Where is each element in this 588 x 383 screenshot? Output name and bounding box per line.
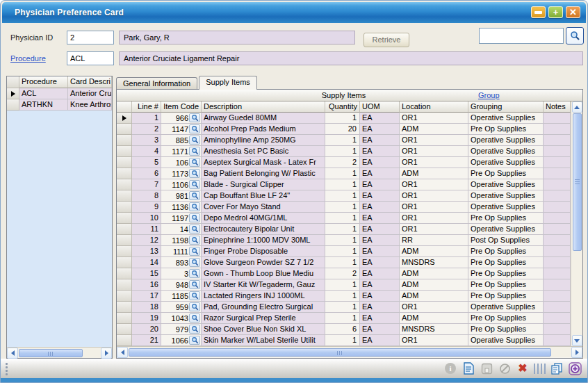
grouping-cell[interactable]: Pre Op Supplies [468, 291, 544, 302]
item-lookup-button[interactable] [189, 291, 200, 300]
row-selector[interactable] [117, 168, 132, 179]
location-cell[interactable]: OR1 [400, 302, 468, 313]
location-cell[interactable]: OR1 [400, 157, 468, 168]
line-cell[interactable]: 11 [132, 224, 161, 235]
description-cell[interactable]: Pad, Grounding Electro Surgical [202, 302, 325, 313]
quantity-cell[interactable]: 1 [325, 302, 360, 313]
item-lookup-button[interactable] [189, 302, 200, 311]
quantity-cell[interactable]: 1 [325, 190, 360, 202]
row-selector[interactable] [117, 291, 132, 302]
procedure-cell[interactable]: ARTHKN [19, 99, 68, 111]
table-row[interactable]: 2 1147 Alcohol Prep Pads Medium 20 [117, 124, 571, 135]
row-selector[interactable] [117, 324, 132, 335]
quantity-cell[interactable]: 1 [325, 257, 360, 268]
uom-cell[interactable]: EA [360, 235, 400, 246]
quantity-cell[interactable]: 1 [325, 213, 360, 224]
uom-cell[interactable]: EA [360, 268, 400, 279]
uom-cell[interactable]: EA [360, 279, 400, 291]
line-cell[interactable]: 21 [132, 335, 161, 346]
notes-cell[interactable] [544, 190, 571, 202]
add-button[interactable] [568, 361, 582, 375]
grouping-cell[interactable]: Pre Op Supplies [468, 257, 544, 268]
notes-cell[interactable] [544, 235, 571, 246]
item-lookup-button[interactable] [189, 124, 200, 133]
notes-cell[interactable] [544, 135, 571, 146]
line-cell[interactable]: 14 [132, 257, 161, 268]
table-row[interactable]: 19 1043 Razor Surgical Prep Sterile [117, 313, 571, 324]
description-cell[interactable]: Depo Medrol 40MG/1ML [202, 213, 325, 224]
uom-cell[interactable]: EA [360, 257, 400, 268]
table-row[interactable]: 12 1198 Epinephrine 1:1000 MDV 30ML [117, 235, 571, 246]
location-cell[interactable]: OR1 [400, 202, 468, 213]
table-row[interactable]: 20 979 Shoe Cover Blue Non Skid XL [117, 324, 571, 335]
notes-cell[interactable] [544, 157, 571, 168]
save-button[interactable] [480, 361, 493, 375]
line-cell[interactable]: 16 [132, 279, 161, 291]
line-cell[interactable]: 6 [132, 168, 161, 179]
table-row[interactable]: 11 14 Electrocautery Bipolar Unit [117, 224, 571, 235]
uom-cell[interactable]: EA [360, 224, 400, 235]
item-code-cell[interactable]: 3 [161, 268, 202, 279]
quantity-cell[interactable]: 2 [325, 268, 360, 279]
quantity-cell[interactable]: 1 [325, 135, 360, 146]
uom-cell[interactable]: EA [360, 179, 400, 190]
item-code-cell[interactable]: 1198 [161, 235, 202, 246]
notes-cell[interactable] [544, 291, 571, 302]
scroll-up-button[interactable] [572, 101, 582, 113]
search-button[interactable] [566, 27, 584, 44]
row-selector[interactable] [117, 302, 132, 313]
item-code-cell[interactable]: 981 [161, 190, 202, 202]
item-lookup-button[interactable] [189, 180, 200, 189]
notes-cell[interactable] [544, 113, 571, 124]
list-item[interactable]: ARTHKN Knee Arthros [7, 99, 112, 111]
item-code-cell[interactable]: 1171 [161, 146, 202, 157]
item-code-cell[interactable]: 106 [161, 157, 202, 168]
item-lookup-button[interactable] [189, 202, 200, 211]
tab-supply-items[interactable]: Supply Items [199, 76, 257, 90]
location-cell[interactable]: OR1 [400, 213, 468, 224]
notes-cell[interactable] [544, 213, 571, 224]
grouping-cell[interactable]: Pre Op Supplies [468, 324, 544, 335]
quantity-cell[interactable]: 1 [325, 335, 360, 346]
quantity-cell[interactable]: 1 [325, 179, 360, 190]
row-selector[interactable] [117, 257, 132, 268]
grouping-cell[interactable]: Operative Supplies [468, 179, 544, 190]
retrieve-button[interactable]: Retrieve [364, 33, 409, 47]
line-cell[interactable]: 7 [132, 179, 161, 190]
group-link[interactable]: Group [478, 91, 500, 99]
location-cell[interactable]: OR1 [400, 190, 468, 202]
uom-cell[interactable]: EA [360, 168, 400, 179]
new-document-button[interactable] [462, 361, 475, 375]
table-row[interactable]: 4 1171 Anesthesia Set PC Basic 1 [117, 146, 571, 157]
table-row[interactable]: 16 948 IV Starter Kit W/Tegaderm, Gauz [117, 279, 571, 291]
quantity-cell[interactable]: 1 [325, 146, 360, 157]
line-cell[interactable]: 3 [132, 135, 161, 146]
item-lookup-button[interactable] [189, 113, 200, 122]
line-cell[interactable]: 15 [132, 268, 161, 279]
item-lookup-button[interactable] [189, 136, 200, 145]
uom-cell[interactable]: EA [360, 146, 400, 157]
item-lookup-button[interactable] [189, 336, 200, 345]
uom-cell[interactable]: EA [360, 335, 400, 346]
notes-cell[interactable] [544, 168, 571, 179]
quantity-cell[interactable]: 1 [325, 279, 360, 291]
item-lookup-button[interactable] [189, 158, 200, 167]
item-lookup-button[interactable] [189, 169, 200, 178]
location-cell[interactable]: ADM [400, 291, 468, 302]
line-cell[interactable]: 20 [132, 324, 161, 335]
notes-cell[interactable] [544, 313, 571, 324]
table-row[interactable]: 5 106 Aseptex Surgical Mask - Latex Fr [117, 157, 571, 168]
uom-cell[interactable]: EA [360, 135, 400, 146]
description-cell[interactable]: Alcohol Prep Pads Medium [202, 124, 325, 135]
grouping-cell[interactable]: Pre Op Supplies [468, 279, 544, 291]
line-cell[interactable]: 8 [132, 190, 161, 202]
item-code-cell[interactable]: 1106 [161, 179, 202, 190]
quantity-cell[interactable]: 2 [325, 157, 360, 168]
notes-cell[interactable] [544, 257, 571, 268]
item-lookup-button[interactable] [189, 280, 200, 289]
copy-button[interactable] [550, 361, 564, 375]
description-cell[interactable]: Cap Bouffant Blue LF 24" [202, 190, 325, 202]
table-row[interactable]: 18 959 Pad, Grounding Electro Surgical [117, 302, 571, 313]
notes-cell[interactable] [544, 179, 571, 190]
row-selector[interactable] [117, 124, 132, 135]
